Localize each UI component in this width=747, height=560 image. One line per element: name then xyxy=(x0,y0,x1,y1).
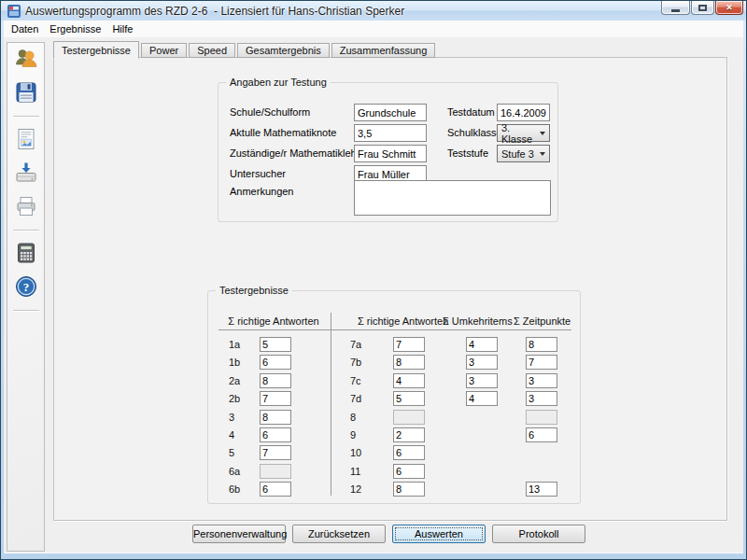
result-input-8-col3[interactable] xyxy=(526,410,557,425)
result-input-6a[interactable] xyxy=(260,464,291,479)
result-input-7c-col1[interactable] xyxy=(393,373,425,388)
result-input-1b[interactable] xyxy=(260,355,291,370)
result-input-7a-col1[interactable] xyxy=(393,337,425,352)
label-aktulle-mathematiknote: Aktulle Mathematiknote xyxy=(230,127,336,138)
help-icon: ? xyxy=(14,274,38,301)
row-label-12: 12 xyxy=(350,483,361,495)
row-label-7c: 7c xyxy=(350,375,361,386)
label-schulklasse: Schulklasse xyxy=(447,127,502,138)
tab-power[interactable]: Power xyxy=(141,43,187,58)
result-input-7b-col3[interactable] xyxy=(526,355,557,370)
input-zuständige-r-mathematiklehrer-in[interactable] xyxy=(354,145,427,162)
row-label-6b: 6b xyxy=(229,483,240,495)
close-button[interactable]: ✕ xyxy=(715,1,743,15)
users-toolbar-button[interactable] xyxy=(11,46,41,74)
chevron-down-icon xyxy=(540,132,545,135)
result-input-5[interactable] xyxy=(260,445,291,460)
select-schulklasse[interactable]: 3. Klasse xyxy=(497,124,550,142)
result-input-7d-col2[interactable] xyxy=(466,391,498,406)
window-controls: ✕ xyxy=(661,1,743,15)
title-bar[interactable]: Auswertungsprogramm des RZD 2-6 - Lizens… xyxy=(1,1,746,21)
zurücksetzen-button[interactable]: Zurücksetzen xyxy=(292,525,386,543)
row-label-7d: 7d xyxy=(350,393,361,404)
save-toolbar-button[interactable] xyxy=(11,79,41,107)
calculator-icon xyxy=(14,241,38,267)
row-label-4: 4 xyxy=(229,429,234,441)
result-input-7a-col3[interactable] xyxy=(526,337,557,352)
result-input-1a[interactable] xyxy=(260,337,291,352)
row-label-1b: 1b xyxy=(229,357,240,368)
result-input-7b-col2[interactable] xyxy=(466,355,498,370)
row-label-7b: 7b xyxy=(350,357,361,368)
toolbar-separator xyxy=(13,116,39,118)
column-header-left: Σ richtige Antworten xyxy=(222,315,325,327)
menu-item-daten[interactable]: Daten xyxy=(6,21,44,36)
select-teststufe[interactable]: Stufe 3 xyxy=(497,145,550,162)
label-schule-schulform: Schule/Schulform xyxy=(230,106,310,118)
menu-bar: DatenErgebnisseHilfe xyxy=(4,21,743,37)
select-schulklasse-value: 3. Klasse xyxy=(501,122,537,145)
result-input-4[interactable] xyxy=(260,427,291,442)
result-input-9-col3[interactable] xyxy=(526,427,557,442)
result-input-11-col1[interactable] xyxy=(393,464,425,479)
personenverwaltung-button[interactable]: Personenverwaltung xyxy=(192,525,286,543)
help-toolbar-button[interactable]: ? xyxy=(11,273,41,301)
result-input-10-col1[interactable] xyxy=(393,445,425,460)
toolbar-separator xyxy=(13,230,39,231)
result-input-8-col1[interactable] xyxy=(393,410,425,425)
result-input-12-col3[interactable] xyxy=(526,482,557,497)
row-label-5: 5 xyxy=(229,447,234,458)
result-input-3[interactable] xyxy=(260,410,291,425)
header-divider xyxy=(218,329,571,330)
export-toolbar-button[interactable] xyxy=(11,160,41,188)
result-input-7b-col1[interactable] xyxy=(393,355,425,370)
result-input-9-col1[interactable] xyxy=(393,427,425,442)
input-aktulle-mathematiknote[interactable] xyxy=(354,124,427,142)
row-label-8: 8 xyxy=(350,412,356,423)
column-header-zeitpunkte: Σ Zeitpunkte xyxy=(514,315,566,327)
result-input-12-col1[interactable] xyxy=(393,482,425,497)
chevron-down-icon xyxy=(540,152,545,156)
menu-item-ergebnisse[interactable]: Ergebnisse xyxy=(44,21,106,36)
angaben-groupbox: Angaben zur Testung Schule/Schulform Akt… xyxy=(218,82,558,222)
menu-item-hilfe[interactable]: Hilfe xyxy=(106,21,138,36)
calculator-toolbar-button[interactable] xyxy=(11,240,41,268)
result-input-7c-col2[interactable] xyxy=(466,373,498,388)
row-label-11: 11 xyxy=(350,466,360,477)
minimize-icon xyxy=(671,9,680,12)
label-teststufe: Teststufe xyxy=(447,147,488,159)
result-input-7d-col1[interactable] xyxy=(393,391,425,406)
toolbar-separator xyxy=(13,310,39,312)
testergebnisse-groupbox-title: Testergebnisse xyxy=(216,285,292,296)
section-divider xyxy=(331,313,331,496)
result-input-2b[interactable] xyxy=(260,391,291,406)
window-title: Auswertungsprogramm des RZD 2-6 - Lizens… xyxy=(25,5,404,18)
result-input-7a-col2[interactable] xyxy=(466,337,498,352)
anmerkungen-textarea[interactable] xyxy=(354,180,551,216)
result-input-2a[interactable] xyxy=(260,373,291,388)
input-testdatum[interactable] xyxy=(497,104,550,121)
maximize-button[interactable] xyxy=(691,1,714,15)
print-toolbar-button[interactable] xyxy=(11,193,41,221)
result-input-6b[interactable] xyxy=(260,482,291,497)
testergebnisse-groupbox: Testergebnisse Σ richtige Antworten Σ ri… xyxy=(207,290,581,504)
protokoll-button[interactable]: Protokoll xyxy=(492,525,585,543)
result-input-7c-col3[interactable] xyxy=(526,373,557,388)
input-schule-schulform[interactable] xyxy=(354,104,427,121)
svg-text:?: ? xyxy=(22,280,29,294)
auswerten-button[interactable]: Auswerten xyxy=(392,525,486,543)
tab-zusammenfassung[interactable]: Zusammenfassung xyxy=(331,43,436,58)
minimize-button[interactable] xyxy=(661,1,690,15)
tab-gesamtergebnis[interactable]: Gesamtergebnis xyxy=(237,43,330,58)
close-icon: ✕ xyxy=(726,2,733,14)
row-label-9: 9 xyxy=(350,429,356,441)
row-label-2a: 2a xyxy=(229,375,240,386)
print-icon xyxy=(14,194,38,220)
users-icon xyxy=(14,47,38,73)
tab-testergebnisse[interactable]: Testergebnisse xyxy=(53,41,139,59)
tab-speed[interactable]: Speed xyxy=(189,43,235,58)
result-input-7d-col3[interactable] xyxy=(526,391,557,406)
report-toolbar-button[interactable] xyxy=(11,126,41,154)
row-label-7a: 7a xyxy=(350,339,361,350)
angaben-groupbox-title: Angaben zur Testung xyxy=(226,77,331,88)
